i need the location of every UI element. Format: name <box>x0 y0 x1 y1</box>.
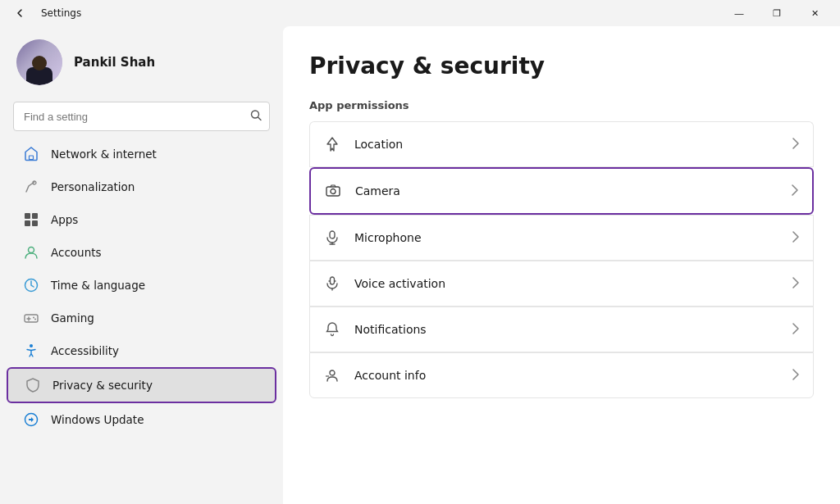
sidebar-item-label: Personalization <box>51 180 135 193</box>
sidebar-item-label: Gaming <box>51 311 94 325</box>
sidebar-item-personalization[interactable]: Personalization <box>7 170 276 203</box>
chevron-right-icon <box>792 368 800 384</box>
network-icon <box>23 146 39 162</box>
sidebar-item-label: Apps <box>51 213 78 226</box>
svg-point-22 <box>330 370 335 375</box>
svg-rect-10 <box>25 315 38 322</box>
permission-label: Microphone <box>354 231 422 244</box>
gaming-icon <box>23 310 39 326</box>
svg-point-12 <box>34 319 36 320</box>
permission-list: Location Camera Microphone Voice activat… <box>309 121 814 398</box>
sidebar-item-accounts[interactable]: Accounts <box>7 236 276 269</box>
svg-rect-6 <box>25 220 30 226</box>
sidebar-item-label: Accounts <box>51 246 102 259</box>
sidebar-item-windows-update[interactable]: Windows Update <box>7 403 276 436</box>
permission-label: Voice activation <box>354 277 445 290</box>
permission-label: Notifications <box>354 323 427 336</box>
svg-point-16 <box>331 189 336 194</box>
accounts-icon <box>23 244 39 261</box>
permission-left: Location <box>323 135 403 153</box>
chevron-right-icon <box>791 184 799 199</box>
main-content: Privacy & security App permissions Locat… <box>283 26 840 504</box>
time-language-icon <box>23 277 39 293</box>
search-icon <box>250 110 262 124</box>
notifications-icon <box>323 320 341 338</box>
back-button[interactable] <box>7 0 33 26</box>
chevron-right-icon <box>792 230 800 246</box>
microphone-icon <box>323 229 341 247</box>
permission-left: Voice activation <box>323 275 445 293</box>
svg-line-1 <box>258 117 262 120</box>
permission-label: Camera <box>355 184 400 198</box>
nav-list: Network & internet Personalization Apps … <box>0 138 283 436</box>
location-icon <box>323 135 341 153</box>
svg-rect-17 <box>330 231 335 238</box>
sidebar-item-label: Accessibility <box>51 344 119 357</box>
permission-left: Notifications <box>323 320 427 338</box>
app-title: Settings <box>41 7 81 19</box>
permission-left: Account info <box>323 366 426 384</box>
title-bar-controls: — ❐ ✕ <box>720 0 833 26</box>
title-bar-left: Settings <box>7 0 81 26</box>
chevron-right-icon <box>792 137 800 152</box>
svg-point-3 <box>33 181 36 184</box>
sidebar-item-accessibility[interactable]: Accessibility <box>7 334 276 367</box>
svg-point-11 <box>33 317 34 319</box>
permission-item-microphone[interactable]: Microphone <box>309 215 814 260</box>
sidebar-item-label: Privacy & security <box>52 379 153 392</box>
permission-left: Camera <box>324 182 400 200</box>
sidebar-item-network[interactable]: Network & internet <box>7 138 276 170</box>
privacy-security-icon <box>25 377 41 393</box>
svg-rect-2 <box>30 156 34 160</box>
sidebar-item-label: Time & language <box>51 279 145 292</box>
section-title: App permissions <box>309 99 814 111</box>
permission-item-camera[interactable]: Camera <box>309 167 814 215</box>
svg-rect-7 <box>32 220 38 226</box>
camera-icon <box>324 182 342 200</box>
sidebar-item-apps[interactable]: Apps <box>7 203 276 236</box>
profile-name: Pankil Shah <box>74 55 155 70</box>
profile-section[interactable]: Pankil Shah <box>0 26 283 98</box>
avatar <box>16 39 62 85</box>
sidebar-item-privacy-security[interactable]: Privacy & security <box>7 367 276 403</box>
voice-activation-icon <box>323 275 341 293</box>
permission-item-account-info[interactable]: Account info <box>309 352 814 398</box>
accessibility-icon <box>23 343 39 359</box>
svg-rect-4 <box>25 213 30 219</box>
svg-rect-15 <box>326 187 340 196</box>
svg-point-8 <box>29 247 34 253</box>
permission-item-notifications[interactable]: Notifications <box>309 306 814 352</box>
personalization-icon <box>23 179 39 195</box>
svg-point-13 <box>30 344 33 347</box>
windows-update-icon <box>23 411 39 428</box>
chevron-right-icon <box>792 276 800 292</box>
account-info-icon <box>323 366 341 384</box>
svg-rect-5 <box>32 213 38 219</box>
minimize-button[interactable]: — <box>720 0 758 26</box>
sidebar: Pankil Shah Network & internet Personali… <box>0 26 283 504</box>
sidebar-item-time-language[interactable]: Time & language <box>7 269 276 302</box>
sidebar-item-gaming[interactable]: Gaming <box>7 302 276 334</box>
apps-icon <box>23 211 39 228</box>
sidebar-item-label: Windows Update <box>51 413 144 426</box>
chevron-right-icon <box>792 322 800 338</box>
permission-label: Location <box>354 138 403 151</box>
app-content: Pankil Shah Network & internet Personali… <box>0 26 840 504</box>
search-input[interactable] <box>13 102 270 131</box>
permission-left: Microphone <box>323 229 422 247</box>
svg-rect-20 <box>331 277 335 284</box>
permission-item-voice-activation[interactable]: Voice activation <box>309 261 814 306</box>
page-title: Privacy & security <box>309 52 814 79</box>
close-button[interactable]: ✕ <box>796 0 833 26</box>
maximize-button[interactable]: ❐ <box>758 0 796 26</box>
permission-item-location[interactable]: Location <box>309 121 814 166</box>
sidebar-item-label: Network & internet <box>51 148 157 161</box>
title-bar: Settings — ❐ ✕ <box>0 0 840 26</box>
search-box <box>13 102 270 131</box>
permission-label: Account info <box>354 369 426 382</box>
